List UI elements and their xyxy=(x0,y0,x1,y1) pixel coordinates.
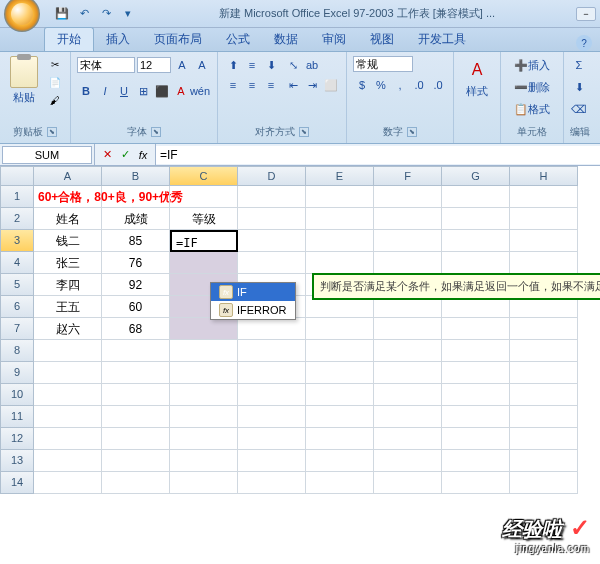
align-top-icon[interactable]: ⬆ xyxy=(224,56,242,74)
tab-developer[interactable]: 开发工具 xyxy=(406,28,478,51)
row-header[interactable]: 8 xyxy=(0,340,34,362)
cell[interactable]: 60+合格，80+良，90+优秀 xyxy=(34,186,102,208)
underline-button[interactable]: U xyxy=(115,82,133,100)
col-header[interactable]: E xyxy=(306,166,374,186)
cell[interactable] xyxy=(442,318,510,340)
clipboard-dialog-icon[interactable]: ⬊ xyxy=(47,127,57,137)
decrease-indent-icon[interactable]: ⇤ xyxy=(284,76,302,94)
cell[interactable] xyxy=(170,318,238,340)
row-header[interactable]: 1 xyxy=(0,186,34,208)
number-format-select[interactable] xyxy=(353,56,413,72)
cell[interactable]: 李四 xyxy=(34,274,102,296)
align-dialog-icon[interactable]: ⬊ xyxy=(299,127,309,137)
cell[interactable] xyxy=(510,230,578,252)
cell[interactable] xyxy=(374,186,442,208)
row-header[interactable]: 14 xyxy=(0,472,34,494)
format-cells-button[interactable]: 📋格式 xyxy=(507,100,557,118)
cell[interactable]: 85 xyxy=(102,230,170,252)
cell[interactable]: 姓名 xyxy=(34,208,102,230)
cell[interactable] xyxy=(442,186,510,208)
cell[interactable] xyxy=(238,252,306,274)
cell[interactable]: 成绩 xyxy=(102,208,170,230)
cell[interactable] xyxy=(442,230,510,252)
cell[interactable]: 76 xyxy=(102,252,170,274)
cell[interactable]: 68 xyxy=(102,318,170,340)
row-header[interactable]: 5 xyxy=(0,274,34,296)
increase-font-icon[interactable]: A xyxy=(173,56,191,74)
row-header[interactable]: 2 xyxy=(0,208,34,230)
increase-indent-icon[interactable]: ⇥ xyxy=(303,76,321,94)
cell[interactable] xyxy=(238,230,306,252)
font-dialog-icon[interactable]: ⬊ xyxy=(151,127,161,137)
orientation-icon[interactable]: ⤡ xyxy=(284,56,302,74)
cell[interactable] xyxy=(442,208,510,230)
formula-autocomplete[interactable]: fx IF fx IFERROR xyxy=(210,282,296,320)
percent-icon[interactable]: % xyxy=(372,76,390,94)
row-header[interactable]: 7 xyxy=(0,318,34,340)
col-header[interactable]: G xyxy=(442,166,510,186)
cell[interactable] xyxy=(374,252,442,274)
cell[interactable] xyxy=(510,252,578,274)
enter-icon[interactable]: ✓ xyxy=(117,148,133,161)
save-icon[interactable]: 💾 xyxy=(52,5,72,23)
autosum-icon[interactable]: Σ xyxy=(570,56,588,74)
align-left-icon[interactable]: ≡ xyxy=(224,76,242,94)
align-middle-icon[interactable]: ≡ xyxy=(243,56,261,74)
cell[interactable] xyxy=(510,208,578,230)
font-color-button[interactable]: A xyxy=(172,82,190,100)
styles-button[interactable]: A 样式 xyxy=(460,56,494,99)
copy-icon[interactable]: 📄 xyxy=(46,74,64,90)
border-button[interactable]: ⊞ xyxy=(134,82,152,100)
cell[interactable] xyxy=(442,252,510,274)
tab-formulas[interactable]: 公式 xyxy=(214,28,262,51)
autocomplete-item[interactable]: fx IF xyxy=(211,283,295,301)
cancel-icon[interactable]: ✕ xyxy=(99,148,115,161)
delete-cells-button[interactable]: ➖删除 xyxy=(507,78,557,96)
cell[interactable]: 张三 xyxy=(34,252,102,274)
font-size-select[interactable] xyxy=(137,57,171,73)
insert-cells-button[interactable]: ➕插入 xyxy=(507,56,557,74)
row-header[interactable]: 3 xyxy=(0,230,34,252)
cell[interactable]: 赵六 xyxy=(34,318,102,340)
currency-icon[interactable]: $ xyxy=(353,76,371,94)
align-right-icon[interactable]: ≡ xyxy=(262,76,280,94)
fill-color-button[interactable]: ⬛ xyxy=(153,82,171,100)
cell[interactable] xyxy=(374,318,442,340)
tab-data[interactable]: 数据 xyxy=(262,28,310,51)
cell[interactable] xyxy=(374,230,442,252)
row-header[interactable]: 11 xyxy=(0,406,34,428)
fill-icon[interactable]: ⬇ xyxy=(570,78,588,96)
phonetic-button[interactable]: wén xyxy=(191,82,209,100)
cell[interactable]: 钱二 xyxy=(34,230,102,252)
row-header[interactable]: 10 xyxy=(0,384,34,406)
undo-icon[interactable]: ↶ xyxy=(74,5,94,23)
cell[interactable] xyxy=(238,208,306,230)
cell[interactable] xyxy=(374,208,442,230)
row-header[interactable]: 9 xyxy=(0,362,34,384)
cell-editing[interactable]: =IF xyxy=(170,230,238,252)
col-header[interactable]: H xyxy=(510,166,578,186)
cell[interactable] xyxy=(170,186,238,208)
cell[interactable] xyxy=(510,318,578,340)
cell[interactable]: 等级 xyxy=(170,208,238,230)
cut-icon[interactable]: ✂ xyxy=(46,56,64,72)
col-header[interactable]: D xyxy=(238,166,306,186)
cell[interactable]: 60 xyxy=(102,296,170,318)
wrap-text-icon[interactable]: ab xyxy=(303,56,321,74)
font-name-select[interactable] xyxy=(77,57,135,73)
row-header[interactable]: 12 xyxy=(0,428,34,450)
tab-view[interactable]: 视图 xyxy=(358,28,406,51)
cell[interactable] xyxy=(306,208,374,230)
cell[interactable] xyxy=(238,318,306,340)
help-icon[interactable]: ? xyxy=(576,35,592,51)
office-button[interactable] xyxy=(4,0,40,32)
fx-icon[interactable]: fx xyxy=(135,149,151,161)
increase-decimal-icon[interactable]: .0 xyxy=(410,76,428,94)
tab-layout[interactable]: 页面布局 xyxy=(142,28,214,51)
merge-cells-icon[interactable]: ⬜ xyxy=(322,76,340,94)
bold-button[interactable]: B xyxy=(77,82,95,100)
comma-icon[interactable]: , xyxy=(391,76,409,94)
formula-input[interactable] xyxy=(156,146,600,164)
paste-button[interactable]: 粘贴 xyxy=(6,56,42,105)
tab-home[interactable]: 开始 xyxy=(44,27,94,51)
